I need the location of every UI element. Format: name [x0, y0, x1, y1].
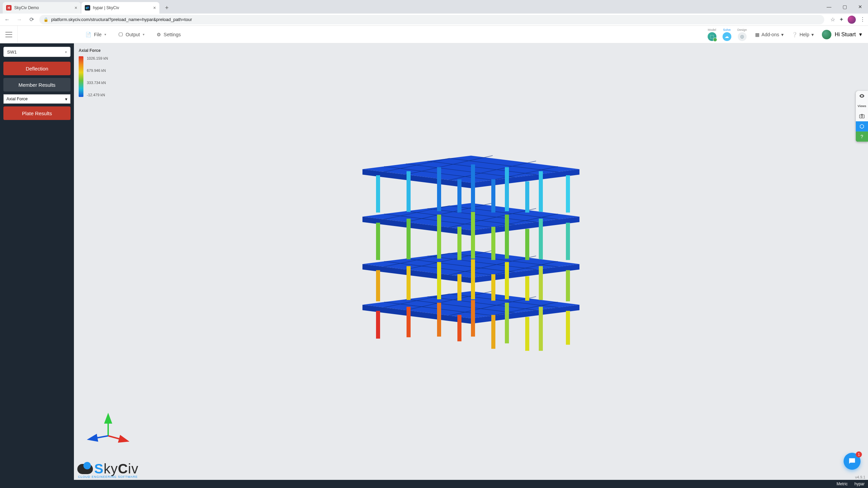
units-toggle[interactable]: Metric	[836, 482, 848, 486]
result-type-select[interactable]: Axial Force ▾	[3, 94, 71, 104]
close-icon[interactable]: ×	[153, 5, 156, 11]
svg-point-60	[861, 116, 863, 117]
avatar	[822, 30, 831, 39]
svg-rect-45	[525, 276, 529, 301]
close-icon[interactable]: ×	[75, 5, 77, 11]
tick-label: 333.734 kN	[87, 81, 108, 85]
svg-rect-35	[525, 229, 529, 260]
gradient-bar	[79, 56, 83, 97]
svg-rect-30	[505, 215, 509, 259]
cloud-logo-icon	[77, 464, 93, 474]
svg-rect-20	[505, 167, 509, 211]
view-tools: Views ?	[856, 91, 868, 142]
file-menu[interactable]: 📄 File ▾	[85, 32, 106, 37]
svg-rect-36	[376, 270, 380, 301]
extensions-icon[interactable]: ✦	[839, 16, 844, 23]
mode-label: Model	[708, 28, 716, 32]
close-window-button[interactable]: ✕	[852, 0, 868, 14]
views-button[interactable]: Views	[856, 101, 868, 111]
grid-icon: ▦	[755, 32, 760, 37]
maximize-button[interactable]: ▢	[837, 0, 852, 14]
load-combo-select[interactable]: SW1 ▾	[3, 47, 71, 57]
svg-rect-49	[471, 300, 475, 337]
chevron-down-icon: ▾	[104, 33, 106, 36]
chevron-down-icon: ▾	[859, 31, 862, 38]
axis-triad	[86, 412, 130, 446]
settings-menu[interactable]: ⚙ Settings	[157, 32, 181, 37]
svg-rect-31	[539, 219, 543, 259]
svg-rect-41	[539, 266, 543, 300]
svg-rect-2	[5, 32, 12, 33]
visibility-button[interactable]	[856, 91, 868, 101]
minimize-button[interactable]: —	[821, 0, 837, 14]
svg-rect-43	[457, 274, 461, 301]
reload-button[interactable]: ⟳	[27, 15, 36, 24]
svg-point-1	[87, 6, 89, 8]
svg-rect-19	[471, 164, 475, 211]
hamburger-button[interactable]	[0, 26, 18, 43]
browser-tab-strip: H SkyCiv Demo × hypar | SkyCiv × + — ▢ ✕	[0, 0, 868, 14]
mode-label: Solve	[723, 28, 731, 32]
plate-results-button[interactable]: Plate Results	[3, 106, 71, 120]
deflection-button[interactable]: Deflection	[3, 62, 71, 75]
structural-model	[349, 149, 593, 366]
svg-rect-38	[437, 262, 441, 299]
profile-avatar[interactable]	[848, 16, 856, 24]
svg-rect-29	[471, 212, 475, 259]
viewport-3d[interactable]: Axial Force 1026.159 kN 679.946 kN 333.7…	[74, 43, 868, 480]
model-icon: ⬚	[708, 32, 716, 41]
svg-rect-34	[491, 227, 495, 260]
mode-design[interactable]: Design ◎	[737, 28, 747, 41]
menu-label: Add-ons	[762, 32, 779, 37]
svg-rect-54	[491, 315, 495, 349]
monitor-icon: 🖵	[118, 32, 123, 37]
member-results-button[interactable]: Member Results	[3, 78, 71, 92]
skyciv-logo: SkyCiv CLOUD ENGINEERING SOFTWARE	[77, 461, 138, 479]
chevron-down-icon: ▾	[781, 32, 784, 37]
svg-rect-46	[376, 311, 380, 339]
svg-rect-42	[566, 270, 570, 301]
logo-tagline: CLOUD ENGINEERING SOFTWARE	[78, 475, 138, 479]
chat-button[interactable]: 1	[844, 453, 861, 470]
mode-solve[interactable]: Solve ☁	[723, 28, 731, 41]
addons-menu[interactable]: ▦ Add-ons ▾	[755, 32, 784, 37]
address-bar: ← → ⟳ 🔒 platform.skyciv.com/structural?p…	[0, 14, 868, 26]
mode-label: Design	[737, 28, 747, 32]
svg-rect-24	[491, 179, 495, 212]
cube-view-button[interactable]	[856, 121, 868, 131]
legend-ticks: 1026.159 kN 679.946 kN 333.734 kN -12.47…	[87, 56, 108, 97]
url-field[interactable]: 🔒 platform.skyciv.com/structural?preload…	[39, 15, 824, 24]
svg-rect-61	[861, 114, 863, 115]
kebab-icon[interactable]: ⋮	[860, 16, 865, 23]
back-button[interactable]: ←	[3, 15, 12, 24]
svg-rect-18	[437, 167, 441, 211]
integration-label[interactable]: hypar	[854, 482, 865, 486]
browser-tab[interactable]: hypar | SkyCiv ×	[81, 2, 159, 14]
select-value: Axial Force	[6, 97, 28, 101]
forward-button[interactable]: →	[15, 15, 24, 24]
cloud-icon: ☁	[723, 32, 731, 41]
svg-rect-39	[471, 259, 475, 299]
menu-label: Output	[126, 32, 140, 37]
star-icon[interactable]: ☆	[830, 16, 835, 23]
output-menu[interactable]: 🖵 Output ▾	[118, 32, 144, 37]
svg-rect-4	[5, 37, 12, 37]
user-menu[interactable]: Hi Stuart ▾	[822, 30, 862, 39]
lock-icon: 🔒	[43, 17, 48, 22]
svg-rect-28	[437, 215, 441, 259]
menu-label: Help	[800, 32, 809, 37]
legend-title: Axial Force	[79, 48, 108, 53]
new-tab-button[interactable]: +	[162, 3, 172, 13]
svg-rect-3	[5, 34, 12, 35]
chevron-down-icon: ▾	[811, 32, 814, 37]
chevron-down-icon: ▾	[65, 50, 67, 54]
app-toolbar: 📄 File ▾ 🖵 Output ▾ ⚙ Settings Model ⬚ S…	[0, 26, 868, 43]
workspace: SW1 ▾ Deflection Member Results Axial Fo…	[0, 43, 868, 480]
browser-tab[interactable]: H SkyCiv Demo ×	[3, 2, 81, 14]
help-tool-button[interactable]: ?	[856, 131, 868, 142]
screenshot-button[interactable]	[856, 111, 868, 121]
help-menu[interactable]: ❔ Help ▾	[792, 32, 814, 37]
chat-badge: 1	[856, 451, 862, 458]
mode-model[interactable]: Model ⬚	[708, 28, 716, 41]
svg-rect-55	[525, 317, 529, 351]
